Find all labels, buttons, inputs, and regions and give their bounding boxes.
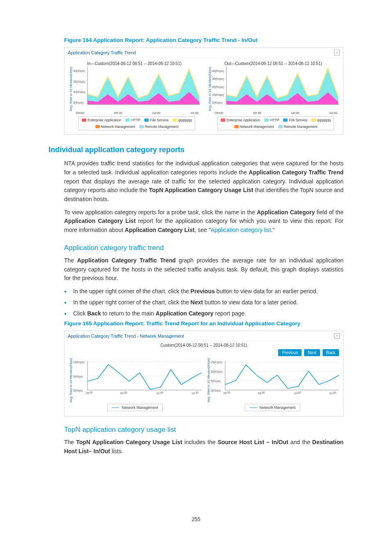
bullet-list: In the upper right corner of the chart, … [64,287,344,318]
legend-item: qqqqqqq [311,118,331,122]
svg-text:09:00: 09:00 [223,391,231,395]
svg-text:40(Kbps): 40(Kbps) [212,70,224,73]
y-axis-label: Avg. Rate in 10 Minutes(Kbps) [69,67,73,111]
line-legend: Network Management [245,404,300,411]
xtick: 10:30 [190,111,198,115]
heading-topn-usage-list: TopN application category usage list [64,426,344,434]
list-item: In the upper right corner of the chart, … [64,298,344,307]
legend-item: File Service [144,118,168,122]
svg-text:10(Kbps): 10(Kbps) [211,370,222,373]
svg-text:10:30: 10:30 [329,391,337,395]
xtick: 09:00 [215,111,223,115]
dual-line-charts: Avg. Rate in 10 Minutes(Kbps) 0(Kbps) 5(… [65,357,343,416]
document-page: Figure 164 Application Report: Applicati… [0,0,392,533]
xtick: 09:30 [114,111,122,115]
page-number: 255 [0,516,392,522]
next-button[interactable]: Next [304,349,320,356]
back-button[interactable]: Back [323,349,339,356]
in-x-ticks: 09:00 09:30 10:00 10:30 [69,111,200,115]
svg-text:0(Kbps): 0(Kbps) [73,389,83,392]
svg-text:30(Kbps): 30(Kbps) [212,78,224,81]
list-item: In the upper right corner of the chart, … [64,287,344,296]
collapse-icon[interactable]: − [334,333,340,339]
legend-item: qqqqqqq [173,118,192,122]
xtick: 10:30 [329,111,337,115]
svg-text:0(Kbps): 0(Kbps) [73,102,83,105]
out-chart-block: Out---Custom(2014-08-12 08:51 -- 2014-08… [208,61,339,132]
svg-text:10(Kbps): 10(Kbps) [73,361,85,364]
legend-item: Enterprise Application [82,118,121,122]
in-chart-block: In---Custom(2014-08-12 08:51 -- 2014-08-… [69,61,200,132]
svg-text:0(Kbps): 0(Kbps) [212,102,222,105]
svg-text:10(Kbps): 10(Kbps) [212,93,224,97]
legend-item: HTTP [264,118,279,122]
line-chart-left: Avg. Rate in 10 Minutes(Kbps) 0(Kbps) 5(… [69,358,201,414]
xtick: 09:00 [76,111,84,115]
y-axis-label: Avg. Rate in 10 Minutes(Kbps) [208,67,212,111]
svg-text:0(Kbps): 0(Kbps) [211,389,221,392]
in-chart-title: In---Custom(2014-08-12 08:51 -- 2014-08-… [69,61,200,66]
paragraph: The TopN Application Category Usage List… [64,438,344,456]
panel-header: Application Category Traffic Trend - Net… [65,331,343,341]
dual-chart-row: In---Custom(2014-08-12 08:51 -- 2014-08-… [65,58,343,134]
collapse-icon[interactable]: − [334,50,340,56]
svg-text:09:30: 09:30 [120,391,127,395]
svg-text:10:30: 10:30 [191,391,199,395]
svg-text:15(Kbps): 15(Kbps) [211,361,222,364]
panel-title: Application Category Traffic Trend - Net… [68,334,184,338]
line-chart-svg: 0(Kbps) 5(Kbps) 10(Kbps) 15(Kbps) [211,358,339,393]
panel-title: Application Category Traffic Trend [68,50,136,55]
svg-text:10:00: 10:00 [156,391,164,395]
list-item: Click Back to return to the main Applica… [64,309,344,318]
svg-text:30(Kbps): 30(Kbps) [73,70,85,73]
xtick: 10:00 [291,111,299,115]
legend-item: Remote Management [139,125,179,129]
xref-application-category-list[interactable]: Application category list [211,227,271,233]
svg-text:10(Kbps): 10(Kbps) [73,91,85,94]
y-axis-label: Avg. Rate in 10 Minutes(Kbps) [206,358,211,402]
paragraph: NTA provides traffic trend statistics fo… [64,159,344,204]
figure-165-caption: Figure 165 Application Report: Traffic T… [64,320,344,327]
heading-individual-reports: Individual application category reports [48,146,344,154]
paragraph: The Application Category Traffic Trend g… [64,256,344,283]
figure-164-panel: Application Category Traffic Trend − In-… [64,47,344,135]
legend-item: Enterprise Application [221,118,260,122]
out-legend: Enterprise Application HTTP File Service… [217,116,334,130]
svg-text:10:00: 10:00 [294,391,301,395]
chart-nav-buttons: Previous Next Back [65,348,343,357]
xtick: 09:30 [253,111,261,115]
line-dash-icon [249,408,257,408]
svg-text:5(Kbps): 5(Kbps) [73,375,83,378]
paragraph: To view application category reports for… [64,208,344,235]
heading-app-cat-traffic-trend: Application category traffic trend [64,244,344,252]
svg-text:20(Kbps): 20(Kbps) [212,86,224,89]
legend-item: Remote Management [278,125,318,129]
previous-button[interactable]: Previous [278,349,302,356]
legend-item: Network Management [234,125,274,129]
out-area-chart: 0(Kbps) 10(Kbps) 20(Kbps) 30(Kbps) 40(Kb… [212,67,339,104]
in-area-chart: 0(Kbps) 10(Kbps) 20(Kbps) 30(Kbps) [73,67,200,104]
y-axis-label: Avg. Rate in 10 Minutes(Kbps) [69,358,73,402]
svg-text:20(Kbps): 20(Kbps) [73,80,85,83]
figure-165-panel: Application Category Traffic Trend - Net… [64,331,344,417]
panel-header: Application Category Traffic Trend − [65,48,343,58]
xtick: 10:00 [152,111,160,115]
line-dash-icon [112,408,119,408]
svg-text:09:00: 09:00 [85,391,93,395]
in-legend: Enterprise Application HTTP File Service… [78,116,195,130]
legend-item: Network Management [95,125,135,129]
out-x-ticks: 09:00 09:30 10:00 10:30 [208,111,339,115]
line-chart-right: Avg. Rate in 10 Minutes(Kbps) 0(Kbps) 5(… [206,358,339,414]
line-legend: Network Management [107,404,162,411]
figure-164-caption: Figure 164 Application Report: Applicati… [64,37,344,43]
figure-165-subtitle: Custom(2014-08-12 08:51 -- 2014-08-12 10… [65,341,343,348]
svg-text:5(Kbps): 5(Kbps) [211,380,221,383]
svg-text:09:30: 09:30 [258,391,265,395]
out-chart-title: Out---Custom(2014-08-12 08:51 -- 2014-08… [208,61,339,66]
legend-item: HTTP [125,118,140,122]
line-chart-svg: 0(Kbps) 5(Kbps) 10(Kbps) 09:00 [73,358,201,393]
legend-item: File Service [283,118,307,122]
